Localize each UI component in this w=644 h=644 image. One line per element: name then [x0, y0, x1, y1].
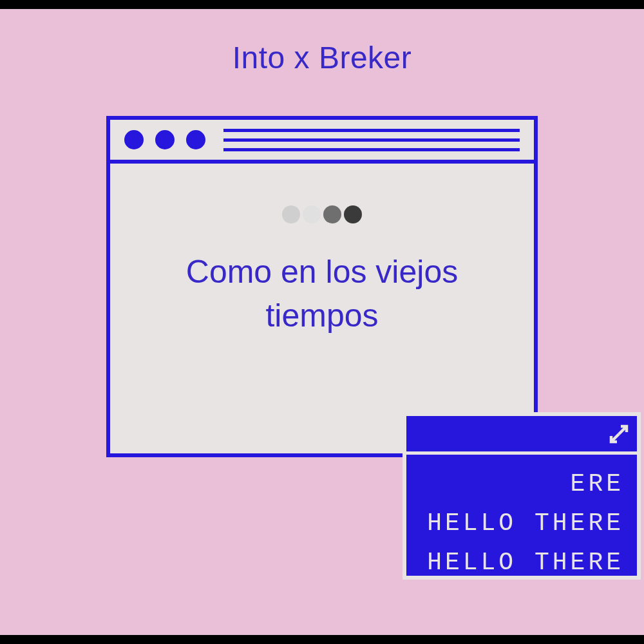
- window-titlebar: [110, 120, 534, 164]
- page-title: Into x Breker: [0, 40, 644, 75]
- titlebar-dot-icon: [155, 130, 175, 149]
- window-body: Como en los viejos tiempos: [110, 164, 534, 453]
- titlebar-dot-icon: [186, 130, 205, 149]
- secondary-window-header: [406, 416, 637, 455]
- titlebar-dot-icon: [124, 130, 144, 149]
- expand-icon: [607, 422, 630, 446]
- secondary-window-body: ERE HELLO THERE HELLO THERE: [406, 455, 637, 576]
- loading-dots-icon: [282, 205, 362, 223]
- titlebar-lines-icon: [223, 129, 520, 151]
- secondary-window: ERE HELLO THERE HELLO THERE: [402, 412, 641, 580]
- top-black-bar: [0, 0, 644, 9]
- hello-text-line: HELLO THERE: [419, 509, 624, 537]
- main-window: Como en los viejos tiempos: [106, 116, 538, 457]
- main-text: Como en los viejos tiempos: [110, 251, 534, 337]
- bottom-black-bar: [0, 635, 644, 644]
- hello-text-line: ERE: [419, 470, 624, 498]
- hello-text-line: HELLO THERE: [419, 549, 624, 576]
